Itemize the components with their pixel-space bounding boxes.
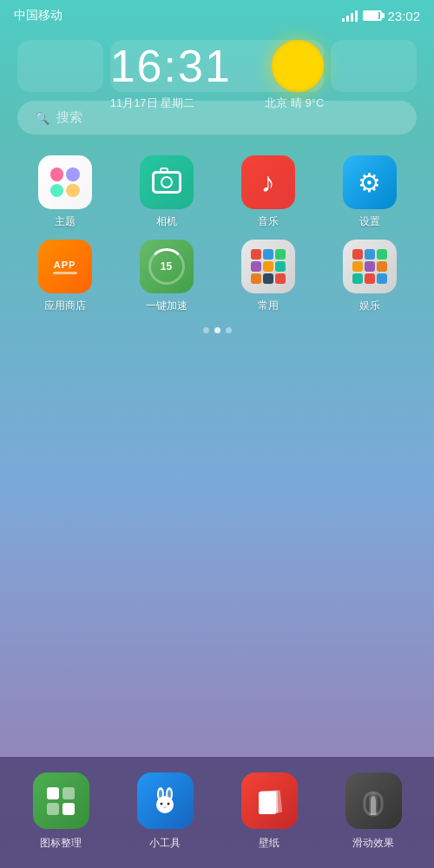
- theme-grid: [47, 164, 83, 201]
- svg-rect-0: [47, 787, 59, 799]
- wallpaper-svg: [252, 784, 286, 819]
- camera-lens: [161, 176, 173, 188]
- svg-point-8: [156, 796, 174, 813]
- dock-label-tools: 小工具: [149, 836, 181, 851]
- svg-point-11: [163, 806, 167, 808]
- app-item-common[interactable]: 常用: [220, 240, 315, 313]
- fe3: [377, 249, 387, 260]
- app-icon-common: [241, 240, 295, 293]
- dot-3[interactable]: [226, 327, 232, 333]
- sun-icon: [272, 40, 324, 92]
- app-item-boost[interactable]: 15 一键加速: [119, 240, 214, 313]
- dock-icon-tools: [137, 773, 194, 829]
- fe6: [377, 261, 387, 272]
- svg-rect-14: [259, 792, 276, 814]
- dock-item-slide[interactable]: 滑动效果: [345, 773, 402, 851]
- signal-icon: [342, 10, 358, 22]
- app-label-camera: 相机: [156, 214, 177, 229]
- dot-2[interactable]: [214, 327, 220, 333]
- organize-svg: [43, 784, 78, 819]
- signal-bar-3: [351, 13, 353, 22]
- dock-item-wallpaper[interactable]: 壁纸: [241, 773, 298, 851]
- app-bar: [53, 272, 77, 274]
- widget-card[interactable]: 16:31 11月17日 星期二 北京 晴 9°C: [110, 40, 325, 92]
- fe8: [365, 273, 375, 284]
- fg8: [263, 273, 273, 284]
- app-item-theme[interactable]: 主题: [17, 155, 112, 229]
- slide-svg: [356, 784, 391, 819]
- app-icon-settings: ⚙: [343, 155, 397, 209]
- fg5: [263, 261, 273, 272]
- fg9: [275, 273, 286, 284]
- fg2: [263, 249, 273, 260]
- side-card-left[interactable]: [17, 40, 103, 92]
- page-dots: [17, 327, 417, 333]
- svg-point-10: [168, 802, 170, 805]
- fe9: [377, 273, 387, 284]
- dock-label-organize: 图标整理: [40, 836, 82, 851]
- signal-bar-2: [346, 16, 349, 22]
- signal-bar-4: [355, 10, 358, 22]
- tc1: [50, 168, 64, 181]
- fg7: [251, 273, 261, 284]
- search-input: 搜索: [56, 109, 82, 126]
- app-icon-camera: [140, 155, 194, 209]
- side-card-right[interactable]: [331, 40, 417, 92]
- battery-fill: [365, 12, 378, 19]
- svg-point-9: [161, 802, 163, 805]
- tools-svg: [148, 784, 182, 819]
- date-weather-row: 11月17日 星期二 北京 晴 9°C: [110, 95, 325, 111]
- app-icon-music: ♪: [241, 155, 295, 209]
- svg-rect-2: [47, 803, 59, 815]
- boost-ring: 15: [148, 248, 185, 285]
- music-note-icon: ♪: [261, 167, 275, 199]
- dock-item-organize[interactable]: 图标整理: [33, 773, 89, 851]
- dock-icon-wallpaper: [241, 773, 298, 829]
- signal-bar-1: [342, 18, 345, 22]
- app-item-appstore[interactable]: APP 应用商店: [17, 240, 112, 313]
- dock-label-wallpaper: 壁纸: [259, 836, 279, 851]
- app-item-music[interactable]: ♪ 音乐: [220, 155, 315, 229]
- fg3: [275, 249, 286, 260]
- app-label-theme: 主题: [55, 214, 76, 229]
- app-item-entertainment[interactable]: 娱乐: [322, 240, 417, 313]
- app-grid: 主题 相机 ♪ 音乐 ⚙ 设置: [17, 155, 417, 313]
- app-icon-entertainment: [343, 240, 397, 293]
- app-label-boost: 一键加速: [146, 299, 187, 313]
- status-right: 23:02: [342, 9, 420, 23]
- app-text: APP: [54, 260, 76, 270]
- fg1: [251, 249, 261, 260]
- dock-icon-organize: [33, 773, 89, 829]
- app-label-common: 常用: [258, 299, 279, 313]
- fg6: [275, 261, 286, 272]
- app-icon-boost: 15: [140, 240, 194, 293]
- main-content: 16:31 11月17日 星期二 北京 晴 9°C 🔍 搜索: [0, 31, 434, 333]
- tc4: [66, 184, 80, 198]
- dock-icon-slide: [345, 773, 402, 829]
- time-text: 23:02: [387, 9, 420, 23]
- app-label-settings: 设置: [359, 214, 380, 229]
- camera-body: [152, 171, 181, 194]
- app-label-appstore: 应用商店: [44, 299, 86, 313]
- fe1: [352, 249, 363, 260]
- svg-rect-3: [62, 803, 75, 815]
- status-bar: 中国移动 23:02: [0, 0, 434, 31]
- fg4: [251, 261, 261, 272]
- tc3: [50, 184, 64, 198]
- folder-grid-ent: [348, 245, 391, 288]
- folder-grid-common: [247, 245, 290, 288]
- fe7: [352, 273, 363, 284]
- app-item-settings[interactable]: ⚙ 设置: [322, 155, 417, 229]
- clock-row: 16:31: [110, 40, 325, 92]
- weather-text: 北京 晴 9°C: [265, 95, 324, 111]
- card-row: 16:31 11月17日 星期二 北京 晴 9°C: [17, 40, 417, 92]
- battery-icon: [363, 10, 382, 21]
- dock-item-tools[interactable]: 小工具: [137, 773, 194, 851]
- bottom-dock: 图标整理 小工具: [0, 757, 434, 868]
- app-label-entertainment: 娱乐: [359, 299, 380, 313]
- dock-label-slide: 滑动效果: [352, 836, 394, 851]
- app-item-camera[interactable]: 相机: [119, 155, 214, 229]
- search-icon: 🔍: [35, 111, 49, 125]
- clock-time: 16:31: [110, 40, 232, 92]
- dot-1[interactable]: [203, 327, 209, 333]
